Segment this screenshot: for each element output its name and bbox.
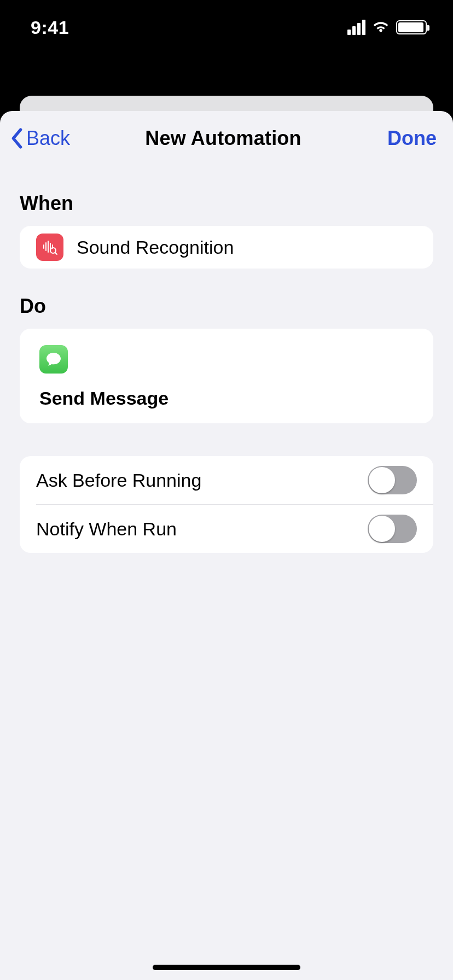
status-indicators bbox=[347, 20, 427, 35]
notify-when-run-row: Notify When Run bbox=[20, 505, 433, 553]
nav-bar: Back New Automation Done bbox=[0, 111, 453, 166]
modal-sheet: Back New Automation Done When bbox=[0, 111, 453, 980]
back-label: Back bbox=[26, 127, 70, 150]
when-card: Sound Recognition bbox=[20, 226, 433, 269]
home-indicator[interactable] bbox=[153, 965, 300, 970]
wifi-icon bbox=[372, 21, 390, 34]
section-header-do: Do bbox=[20, 295, 433, 318]
when-trigger-row[interactable]: Sound Recognition bbox=[20, 226, 433, 269]
page-title: New Automation bbox=[145, 127, 301, 150]
when-trigger-label: Sound Recognition bbox=[77, 237, 234, 258]
status-bar: 9:41 bbox=[0, 0, 453, 55]
done-button[interactable]: Done bbox=[338, 127, 437, 150]
back-button[interactable]: Back bbox=[10, 127, 108, 150]
do-action-label: Send Message bbox=[39, 388, 414, 409]
ask-before-running-toggle[interactable] bbox=[368, 466, 417, 494]
ask-before-running-row: Ask Before Running bbox=[20, 456, 433, 504]
svg-line-6 bbox=[55, 253, 57, 254]
notify-when-run-label: Notify When Run bbox=[36, 518, 177, 540]
do-card[interactable]: Send Message bbox=[20, 329, 433, 423]
chevron-left-icon bbox=[10, 127, 24, 149]
notify-when-run-toggle[interactable] bbox=[368, 515, 417, 543]
cellular-signal-icon bbox=[347, 20, 365, 35]
ask-before-running-label: Ask Before Running bbox=[36, 470, 201, 491]
sound-recognition-icon bbox=[36, 234, 63, 261]
options-card: Ask Before Running Notify When Run bbox=[20, 456, 433, 553]
section-header-when: When bbox=[20, 192, 433, 215]
battery-icon bbox=[396, 20, 427, 34]
messages-app-icon bbox=[39, 345, 68, 374]
status-time: 9:41 bbox=[31, 17, 69, 38]
